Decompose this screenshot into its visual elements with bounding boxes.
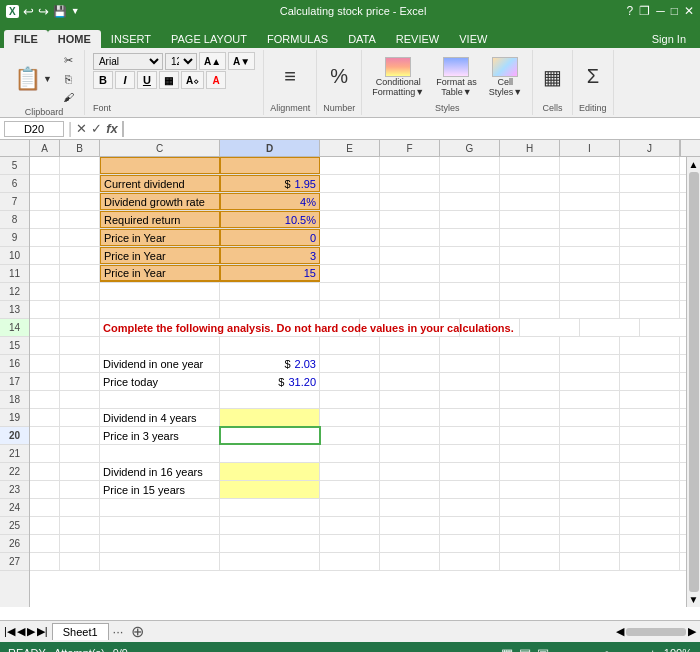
cell-h15[interactable] <box>500 337 560 354</box>
cell-g16[interactable] <box>440 355 500 372</box>
col-header-c[interactable]: C <box>100 140 220 156</box>
cell-d26[interactable] <box>220 535 320 552</box>
cell-h13[interactable] <box>500 301 560 318</box>
cell-j8[interactable] <box>620 211 680 228</box>
cell-a5[interactable] <box>30 157 60 174</box>
insert-function-icon[interactable]: fx <box>106 121 118 136</box>
cell-a12[interactable] <box>30 283 60 300</box>
row-9[interactable]: 9 <box>0 229 29 247</box>
cell-h9[interactable] <box>500 229 560 246</box>
cell-d6[interactable]: $ 1.95 <box>220 175 320 192</box>
cell-g5[interactable] <box>440 157 500 174</box>
row-12[interactable]: 12 <box>0 283 29 301</box>
row-25[interactable]: 25 <box>0 517 29 535</box>
sheet-tab-1[interactable]: Sheet1 <box>52 623 109 640</box>
cell-a27[interactable] <box>30 553 60 570</box>
cell-d23[interactable] <box>220 481 320 498</box>
cell-i13[interactable] <box>560 301 620 318</box>
confirm-formula-icon[interactable]: ✓ <box>91 121 102 136</box>
tab-scroll-start[interactable]: |◀ <box>4 625 15 638</box>
cell-b15[interactable] <box>60 337 100 354</box>
italic-button[interactable]: I <box>115 71 135 89</box>
cut-button[interactable]: ✂ <box>59 52 78 69</box>
cell-f10[interactable] <box>380 247 440 264</box>
cell-b16[interactable] <box>60 355 100 372</box>
cell-e8[interactable] <box>320 211 380 228</box>
row-8[interactable]: 8 <box>0 211 29 229</box>
col-header-a[interactable]: A <box>30 140 60 156</box>
row-26[interactable]: 26 <box>0 535 29 553</box>
cell-e24[interactable] <box>320 499 380 516</box>
row-17[interactable]: 17 <box>0 373 29 391</box>
cell-i10[interactable] <box>560 247 620 264</box>
cell-j27[interactable] <box>620 553 680 570</box>
cell-f22[interactable] <box>380 463 440 480</box>
cell-c18[interactable] <box>100 391 220 408</box>
quick-access-dropdown[interactable]: ▼ <box>71 6 80 16</box>
cell-f17[interactable] <box>380 373 440 390</box>
cell-c21[interactable] <box>100 445 220 462</box>
cell-a19[interactable] <box>30 409 60 426</box>
cancel-formula-icon[interactable]: ✕ <box>76 121 87 136</box>
zoom-plus[interactable]: + <box>649 647 655 652</box>
cell-c16[interactable]: Dividend in one year <box>100 355 220 372</box>
tab-scroll-prev[interactable]: ◀ <box>17 625 25 638</box>
cell-b18[interactable] <box>60 391 100 408</box>
maximize-button[interactable]: □ <box>671 4 678 18</box>
help-button[interactable]: ? <box>627 4 634 18</box>
cell-c6[interactable]: Current dividend <box>100 175 220 192</box>
col-header-f[interactable]: F <box>380 140 440 156</box>
cell-f5[interactable] <box>380 157 440 174</box>
quick-access-save[interactable]: 💾 <box>53 5 67 18</box>
quick-access-undo[interactable]: ↩ <box>23 4 34 19</box>
cell-a9[interactable] <box>30 229 60 246</box>
cell-e14[interactable] <box>460 319 520 336</box>
cell-g24[interactable] <box>440 499 500 516</box>
cell-h23[interactable] <box>500 481 560 498</box>
underline-button[interactable]: U <box>137 71 157 89</box>
fill-color-button[interactable]: A⬦ <box>181 71 204 89</box>
cell-f21[interactable] <box>380 445 440 462</box>
row-24[interactable]: 24 <box>0 499 29 517</box>
cell-j23[interactable] <box>620 481 680 498</box>
cell-g10[interactable] <box>440 247 500 264</box>
cell-b17[interactable] <box>60 373 100 390</box>
cell-e18[interactable] <box>320 391 380 408</box>
cell-g9[interactable] <box>440 229 500 246</box>
cell-e16[interactable] <box>320 355 380 372</box>
cell-c25[interactable] <box>100 517 220 534</box>
row-11[interactable]: 11 <box>0 265 29 283</box>
cell-b26[interactable] <box>60 535 100 552</box>
border-button[interactable]: ▦ <box>159 71 179 89</box>
cell-e6[interactable] <box>320 175 380 192</box>
cell-f20[interactable] <box>380 427 440 444</box>
cell-d9[interactable]: 0 <box>220 229 320 246</box>
col-header-b[interactable]: B <box>60 140 100 156</box>
cell-g18[interactable] <box>440 391 500 408</box>
cell-a14[interactable] <box>30 319 60 336</box>
col-header-h[interactable]: H <box>500 140 560 156</box>
cell-d18[interactable] <box>220 391 320 408</box>
cell-c11[interactable]: Price in Year <box>100 265 220 282</box>
cell-a16[interactable] <box>30 355 60 372</box>
cell-d27[interactable] <box>220 553 320 570</box>
cell-g15[interactable] <box>440 337 500 354</box>
cell-h17[interactable] <box>500 373 560 390</box>
row-15[interactable]: 15 <box>0 337 29 355</box>
cell-c8[interactable]: Required return <box>100 211 220 228</box>
cell-b9[interactable] <box>60 229 100 246</box>
tab-insert[interactable]: INSERT <box>101 30 161 48</box>
cell-e7[interactable] <box>320 193 380 210</box>
cell-a15[interactable] <box>30 337 60 354</box>
cell-g12[interactable] <box>440 283 500 300</box>
cell-a20[interactable] <box>30 427 60 444</box>
cell-e19[interactable] <box>320 409 380 426</box>
cell-j25[interactable] <box>620 517 680 534</box>
formula-input[interactable] <box>128 123 696 135</box>
cell-e9[interactable] <box>320 229 380 246</box>
cell-f18[interactable] <box>380 391 440 408</box>
cell-d8[interactable]: 10.5% <box>220 211 320 228</box>
cell-b6[interactable] <box>60 175 100 192</box>
cell-j17[interactable] <box>620 373 680 390</box>
cell-i12[interactable] <box>560 283 620 300</box>
